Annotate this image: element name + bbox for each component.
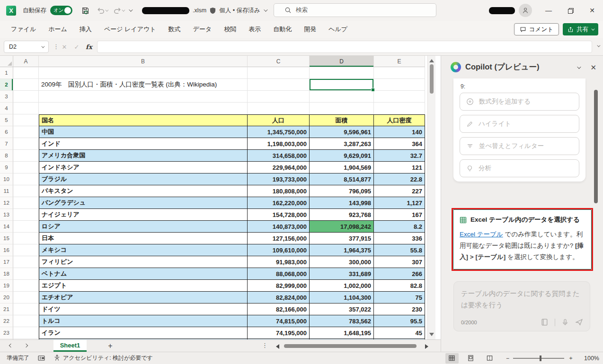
cell-D17[interactable]: 300,000 [310,256,374,268]
row-header-9[interactable]: 9 [0,162,13,173]
cell-B6[interactable]: 中国 [39,126,248,138]
cell-D18[interactable]: 331,689 [310,268,374,280]
cell-A22[interactable] [13,315,39,327]
column-header-B[interactable]: B [39,56,248,67]
undo-dropdown-icon[interactable] [105,8,108,11]
cell-E12[interactable]: 1,127 [374,197,425,209]
row-header-12[interactable]: 12 [0,197,13,209]
hscroll-left-arrow[interactable] [276,344,279,349]
cell-C13[interactable]: 154,728,000 [248,209,310,221]
cell-A7[interactable] [13,138,39,150]
cell-D5[interactable]: 面積 [310,114,374,126]
cell-E14[interactable]: 8.2 [374,221,425,233]
cell-C23[interactable]: 74,195,000 [248,327,310,339]
ribbon-tab-校閲[interactable]: 校閲 [218,21,242,37]
copilot-action-並べ替えとフィルター[interactable]: 並べ替えとフィルター [460,137,579,155]
qat-customize-icon[interactable] [129,8,133,11]
row-header-18[interactable]: 18 [0,268,13,280]
cell-C6[interactable]: 1,345,750,000 [248,126,310,138]
namebox-dropdown-icon[interactable] [41,44,44,48]
row-header-4[interactable]: 4 [0,103,13,114]
search-input[interactable]: 検索 [274,3,436,17]
cell-B10[interactable]: ブラジル [39,173,248,185]
column-header-A[interactable]: A [13,56,39,67]
vertical-scroll-thumb[interactable] [430,64,434,94]
cell-C5[interactable]: 人口 [248,114,310,126]
row-header-19[interactable]: 19 [0,280,13,292]
cell-B11[interactable]: パキスタン [39,185,248,197]
doc-badge-dropdown-icon[interactable] [264,8,267,11]
cell-A2[interactable] [13,79,39,91]
cell-A9[interactable] [13,162,39,173]
sheet-tab-sheet1[interactable]: Sheet1 [53,340,87,352]
ribbon-tab-ヘルプ[interactable]: ヘルプ [322,21,354,37]
ribbon-tab-データ[interactable]: データ [187,21,218,37]
ribbon-tab-挿入[interactable]: 挿入 [73,21,98,37]
cell-C11[interactable]: 180,808,000 [248,185,310,197]
row-header-20[interactable]: 20 [0,292,13,303]
ribbon-tab-数式[interactable]: 数式 [162,21,187,37]
cell-D8[interactable]: 9,629,091 [310,150,374,162]
row-header-22[interactable]: 22 [0,315,13,327]
ribbon-tab-ファイル[interactable]: ファイル [5,21,42,37]
cell-E20[interactable]: 75 [374,292,425,303]
cell-C20[interactable]: 82,824,000 [248,292,310,303]
cell-A10[interactable] [13,173,39,185]
ribbon-tab-表示[interactable]: 表示 [242,21,267,37]
cell-E7[interactable]: 364 [374,138,425,150]
enter-entry-button[interactable]: ✓ [71,41,82,53]
row-header-15[interactable]: 15 [0,233,13,244]
close-button[interactable]: ✕ [581,0,603,21]
zoom-in-icon[interactable]: ＋ [568,354,574,362]
scrollbar-resize-handle[interactable]: ⋮ [262,342,268,349]
cell-A3[interactable] [13,91,39,103]
cell-A1[interactable] [13,67,39,79]
name-box[interactable]: D2 [4,41,49,53]
cell-B16[interactable]: メキシコ [39,244,248,256]
cell-E18[interactable]: 266 [374,268,425,280]
formula-bar-expand-icon[interactable] [597,44,600,47]
cancel-entry-button[interactable]: ✕ [59,41,70,53]
cell-A23[interactable] [13,327,39,339]
cell-E15[interactable]: 336 [374,233,425,244]
comments-button[interactable]: コメント [514,23,559,35]
cell-C14[interactable]: 140,873,000 [248,221,310,233]
zoom-slider-thumb[interactable] [540,355,541,361]
cell-B12[interactable]: バングラデシュ [39,197,248,209]
cell-E22[interactable]: 95.5 [374,315,425,327]
row-header-21[interactable]: 21 [0,303,13,315]
undo-button[interactable] [96,4,108,17]
cell-D23[interactable]: 1,648,195 [310,327,374,339]
cell-D13[interactable]: 923,768 [310,209,374,221]
save-icon[interactable] [79,4,91,17]
cell-A4[interactable] [13,103,39,114]
copilot-collapse-icon[interactable] [577,65,581,69]
cell-C21[interactable]: 82,166,000 [248,303,310,315]
cell-E2[interactable] [374,79,425,91]
cell-E23[interactable]: 45 [374,327,425,339]
row-header-13[interactable]: 13 [0,209,13,221]
cell-C10[interactable]: 193,733,000 [248,173,310,185]
copilot-chat-input[interactable]: テーブル内のデータに関する質問または要求を行う 0/2000 [453,281,590,331]
vertical-scrollbar[interactable] [427,56,435,339]
copilot-action-数式列を追加する[interactable]: 数式列を追加する [460,93,579,111]
cell-B7[interactable]: インド [39,138,248,150]
cell-B23[interactable]: イラン [39,327,248,339]
scroll-down-arrow[interactable] [429,333,434,338]
cell-A15[interactable] [13,233,39,244]
row-header-3[interactable]: 3 [0,91,13,103]
cell-A18[interactable] [13,268,39,280]
scroll-up-arrow[interactable] [429,58,434,62]
cell-E10[interactable]: 22.8 [374,173,425,185]
cell-D3[interactable] [310,91,374,103]
row-header-5[interactable]: 5 [0,114,13,126]
document-title[interactable]: .xlsm 個人 • 保存済み [142,7,266,15]
copilot-action-分析[interactable]: 分析 [460,159,579,177]
cell-A14[interactable] [13,221,39,233]
cell-A11[interactable] [13,185,39,197]
share-dropdown-icon[interactable] [591,27,594,30]
accessibility-status[interactable]: アクセシビリティ: 検討が必要です [53,354,153,362]
cell-E5[interactable]: 人口密度 [374,114,425,126]
cell-E13[interactable]: 167 [374,209,425,221]
cell-B4[interactable] [39,103,248,114]
